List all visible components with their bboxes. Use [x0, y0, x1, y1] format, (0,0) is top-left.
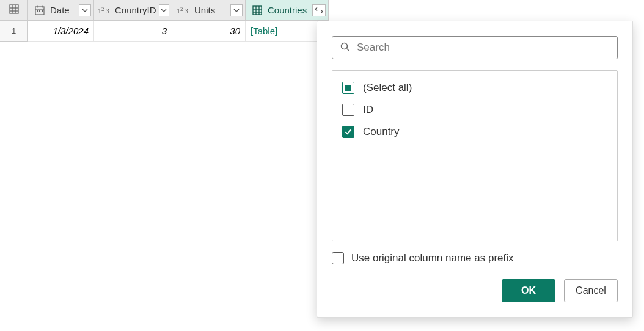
filter-dropdown-button[interactable]	[79, 4, 91, 16]
option-label: (Select all)	[363, 82, 412, 94]
checkbox-indeterminate-icon[interactable]	[342, 82, 354, 94]
column-header-units[interactable]: 123 Units	[172, 0, 246, 21]
svg-text:2: 2	[101, 6, 104, 12]
use-prefix-row[interactable]: Use original column name as prefix	[332, 252, 618, 264]
column-name: CountryID	[115, 5, 156, 15]
svg-rect-10	[39, 10, 40, 12]
svg-rect-11	[42, 10, 43, 12]
checkbox-unchecked-icon[interactable]	[342, 104, 354, 116]
option-select-all[interactable]: (Select all)	[341, 77, 609, 99]
cancel-button[interactable]: Cancel	[564, 279, 618, 302]
filter-dropdown-button[interactable]	[230, 4, 243, 16]
column-name: Countries	[268, 5, 310, 15]
expand-column-button[interactable]	[312, 4, 326, 16]
column-header-row: Date 123 CountryID 123 Units	[0, 0, 644, 21]
svg-text:3: 3	[106, 7, 109, 15]
column-options-list: (Select all) ID Country	[332, 70, 618, 241]
checkbox-unchecked-icon[interactable]	[332, 252, 344, 264]
row-index[interactable]: 1	[0, 21, 28, 42]
table-icon	[9, 4, 19, 16]
svg-text:3: 3	[185, 7, 188, 15]
svg-rect-18	[253, 6, 262, 15]
ok-button[interactable]: OK	[502, 279, 555, 302]
search-field-wrapper	[332, 36, 618, 59]
use-prefix-label: Use original column name as prefix	[351, 252, 514, 264]
filter-dropdown-button[interactable]	[159, 4, 169, 16]
option-country[interactable]: Country	[341, 121, 609, 143]
number-type-icon: 123	[98, 4, 112, 16]
svg-rect-0	[10, 5, 18, 13]
column-name: Units	[194, 5, 228, 15]
svg-text:2: 2	[180, 6, 183, 12]
number-type-icon: 123	[176, 4, 192, 16]
option-label: Country	[363, 126, 400, 138]
expand-column-panel: (Select all) ID Country Use original col…	[317, 21, 633, 318]
button-row: OK Cancel	[332, 279, 618, 302]
cell-countryid[interactable]: 3	[94, 21, 172, 42]
cell-date[interactable]: 1/3/2024	[28, 21, 94, 42]
svg-line-24	[347, 48, 350, 51]
cell-units[interactable]: 30	[172, 21, 246, 42]
column-header-countryid[interactable]: 123 CountryID	[94, 0, 172, 21]
row-selector-header[interactable]	[0, 0, 28, 21]
column-name: Date	[50, 5, 76, 15]
date-type-icon	[32, 4, 48, 16]
svg-rect-9	[37, 10, 38, 12]
search-icon	[340, 42, 351, 54]
option-id[interactable]: ID	[341, 99, 609, 121]
svg-point-23	[342, 43, 348, 49]
checkbox-checked-icon[interactable]	[342, 126, 354, 138]
column-header-date[interactable]: Date	[28, 0, 94, 21]
column-header-countries[interactable]: Countries	[246, 0, 329, 21]
option-label: ID	[363, 104, 373, 116]
search-input[interactable]	[357, 42, 610, 54]
table-type-icon	[249, 4, 265, 16]
